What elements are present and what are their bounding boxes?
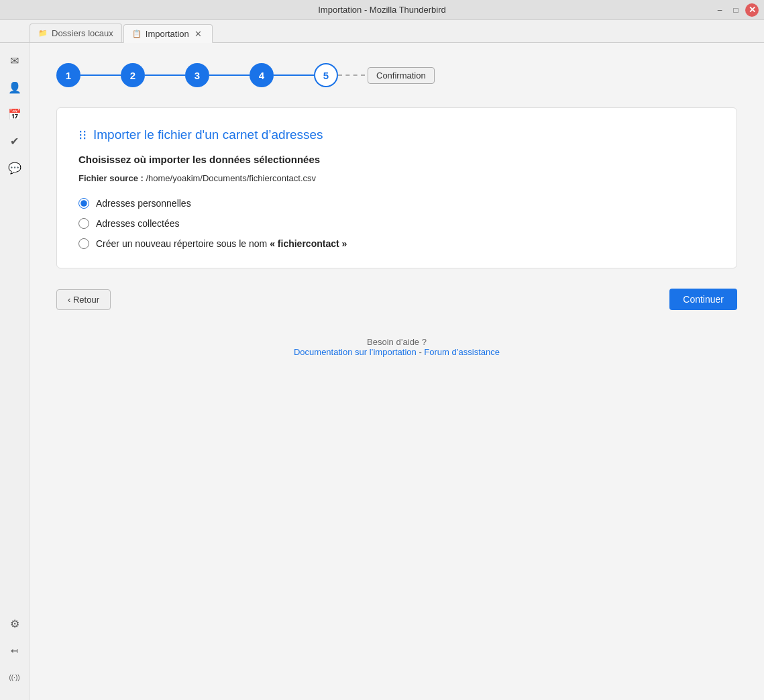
sidebar-item-antenna[interactable]: ((·)) bbox=[3, 665, 27, 689]
antenna-icon: ((·)) bbox=[9, 674, 19, 681]
step-line-3 bbox=[209, 74, 250, 76]
step-1-number: 1 bbox=[66, 70, 71, 81]
step-line-4 bbox=[274, 74, 314, 76]
label-collected: Adresses collectées bbox=[96, 218, 180, 229]
mail-icon: ✉ bbox=[10, 54, 19, 67]
source-label: Fichier source : bbox=[78, 173, 144, 183]
step-5[interactable]: 5 bbox=[314, 63, 338, 87]
maximize-button[interactable]: □ bbox=[729, 3, 743, 17]
calendar-icon: 📅 bbox=[8, 108, 21, 121]
help-section: Besoin d’aide ? Documentation sur l’impo… bbox=[56, 337, 737, 357]
step-confirmation: Confirmation bbox=[368, 67, 435, 84]
card-subtitle: Choisissez où importer les données sélec… bbox=[78, 154, 715, 165]
tab-local[interactable]: 📁 Dossiers locaux bbox=[30, 23, 122, 42]
step-3[interactable]: 3 bbox=[185, 63, 209, 87]
collapse-icon: ↤ bbox=[11, 646, 18, 656]
step-4-number: 4 bbox=[259, 70, 264, 81]
stepper: 1 2 3 4 5 Confirmation bbox=[56, 63, 737, 87]
step-2[interactable]: 2 bbox=[121, 63, 145, 87]
back-button[interactable]: ‹ Retour bbox=[56, 289, 111, 310]
help-links: Documentation sur l’importation - Forum … bbox=[56, 347, 737, 357]
sidebar-item-chat[interactable]: 💬 bbox=[3, 156, 27, 180]
card-title: Importer le fichier d'un carnet d’adress… bbox=[93, 128, 323, 142]
radio-personal[interactable] bbox=[78, 198, 89, 209]
tab-close-button[interactable]: ✕ bbox=[193, 28, 204, 39]
radio-new[interactable] bbox=[78, 238, 89, 249]
card-header: ⁝⁝ Importer le fichier d'un carnet d’adr… bbox=[78, 127, 715, 143]
settings-icon: ⚙ bbox=[10, 617, 19, 630]
minimize-button[interactable]: – bbox=[713, 3, 726, 17]
option-personal[interactable]: Adresses personnelles bbox=[78, 198, 715, 209]
step-line-dashed bbox=[338, 74, 365, 76]
help-separator: - bbox=[417, 347, 425, 357]
sidebar-item-collapse[interactable]: ↤ bbox=[3, 638, 27, 662]
radio-collected[interactable] bbox=[78, 218, 89, 229]
import-tab-icon: 📋 bbox=[132, 30, 142, 38]
sidebar: ✉ 👤 📅 ✔ 💬 ⚙ ↤ ((·)) bbox=[0, 43, 30, 700]
label-new: Créer un nouveau répertoire sous le nom … bbox=[96, 238, 347, 249]
sidebar-item-tasks[interactable]: ✔ bbox=[3, 129, 27, 153]
step-2-number: 2 bbox=[130, 70, 135, 81]
step-5-number: 5 bbox=[323, 70, 329, 81]
sidebar-item-contacts[interactable]: 👤 bbox=[3, 75, 27, 99]
step-4[interactable]: 4 bbox=[250, 63, 274, 87]
tabbar: 📁 Dossiers locaux 📋 Importation ✕ bbox=[0, 20, 764, 43]
radio-group: Adresses personnelles Adresses collectée… bbox=[78, 198, 715, 249]
address-book-icon: ⁝⁝ bbox=[78, 127, 87, 143]
step-3-number: 3 bbox=[195, 70, 200, 81]
card-source: Fichier source : /home/yoakim/Documents/… bbox=[78, 173, 715, 183]
label-new-bold: « fichiercontact » bbox=[270, 238, 347, 249]
step-line-1 bbox=[80, 74, 121, 76]
folder-icon: 📁 bbox=[38, 29, 48, 38]
option-collected[interactable]: Adresses collectées bbox=[78, 218, 715, 229]
continue-button[interactable]: Continuer bbox=[669, 289, 737, 310]
label-personal: Adresses personnelles bbox=[96, 198, 191, 209]
content-area: 1 2 3 4 5 Confirmation ⁝⁝ bbox=[30, 43, 764, 700]
sidebar-bottom: ⚙ ↤ ((·)) bbox=[3, 611, 27, 695]
app-body: ✉ 👤 📅 ✔ 💬 ⚙ ↤ ((·)) bbox=[0, 43, 764, 700]
sidebar-item-calendar[interactable]: 📅 bbox=[3, 102, 27, 126]
forum-link[interactable]: Forum d’assistance bbox=[424, 347, 500, 357]
option-new[interactable]: Créer un nouveau répertoire sous le nom … bbox=[78, 238, 715, 249]
contacts-icon: 👤 bbox=[8, 81, 21, 94]
titlebar: Importation - Mozilla Thunderbird – □ ✕ bbox=[0, 0, 764, 20]
doc-link[interactable]: Documentation sur l’importation bbox=[294, 347, 417, 357]
source-path: /home/yoakim/Documents/fichiercontact.cs… bbox=[146, 173, 316, 183]
tab-import-label: Importation bbox=[146, 29, 189, 39]
step-line-2 bbox=[145, 74, 185, 76]
sidebar-item-mail[interactable]: ✉ bbox=[3, 48, 27, 72]
titlebar-title: Importation - Mozilla Thunderbird bbox=[318, 5, 446, 15]
sidebar-item-settings[interactable]: ⚙ bbox=[3, 611, 27, 636]
tab-import[interactable]: 📋 Importation ✕ bbox=[123, 24, 213, 43]
close-button[interactable]: ✕ bbox=[745, 3, 759, 17]
tasks-icon: ✔ bbox=[10, 135, 19, 148]
nav-buttons: ‹ Retour Continuer bbox=[56, 289, 737, 310]
tab-local-label: Dossiers locaux bbox=[52, 28, 113, 38]
help-question: Besoin d’aide ? bbox=[56, 337, 737, 347]
chat-icon: 💬 bbox=[8, 162, 21, 174]
step-1[interactable]: 1 bbox=[56, 63, 80, 87]
import-card: ⁝⁝ Importer le fichier d'un carnet d’adr… bbox=[56, 107, 737, 268]
titlebar-controls: – □ ✕ bbox=[713, 0, 759, 19]
